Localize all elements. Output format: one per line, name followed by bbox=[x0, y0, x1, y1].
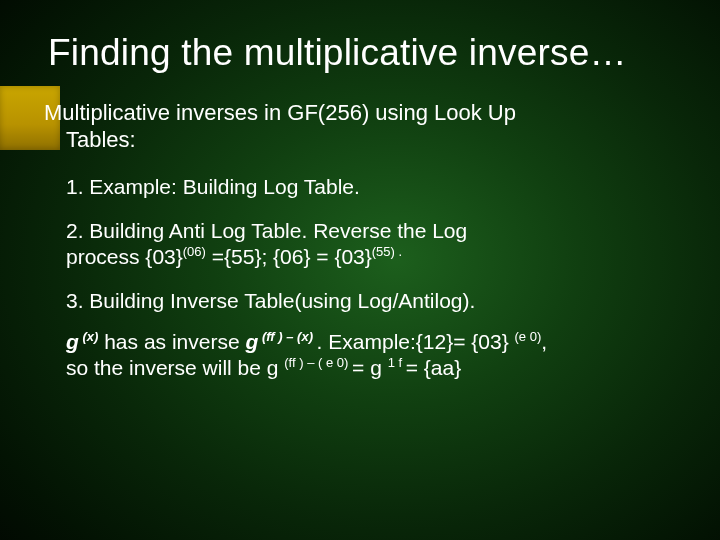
list-item-3: 3. Building Inverse Table(using Log/Anti… bbox=[44, 288, 680, 314]
superscript: 1 f bbox=[388, 355, 406, 370]
slide-title: Finding the multiplicative inverse… bbox=[48, 32, 700, 74]
list-item-4: g (x) has as inverse g (ff ) – (x) . Exa… bbox=[44, 329, 680, 382]
var-g: g bbox=[245, 330, 258, 353]
intro-text: Multiplicative inverses in GF(256) using… bbox=[44, 100, 680, 154]
superscript: (06) bbox=[183, 244, 206, 259]
text: . Example:{12}= {03} bbox=[317, 330, 515, 353]
text: = {aa} bbox=[406, 356, 461, 379]
text: has as inverse bbox=[98, 330, 245, 353]
text: 2. Building Anti Log Table. Reverse the … bbox=[66, 219, 467, 242]
intro-line-1: Multiplicative inverses in GF(256) using… bbox=[44, 100, 516, 125]
text: process {03} bbox=[66, 245, 183, 268]
text: so the inverse will be g bbox=[66, 356, 284, 379]
slide-body: Multiplicative inverses in GF(256) using… bbox=[44, 100, 680, 399]
text: ={55}; {06} = {03} bbox=[206, 245, 372, 268]
superscript: (x) bbox=[79, 329, 99, 344]
list-item-2: 2. Building Anti Log Table. Reverse the … bbox=[44, 218, 680, 271]
superscript: (e 0) bbox=[515, 329, 542, 344]
superscript: (55) . bbox=[372, 244, 402, 259]
list-item-1: 1. Example: Building Log Table. bbox=[44, 174, 680, 200]
text: = g bbox=[352, 356, 388, 379]
intro-line-2: Tables: bbox=[44, 127, 680, 154]
superscript: (ff ) – (x) bbox=[258, 329, 316, 344]
var-g: g bbox=[66, 330, 79, 353]
superscript: (ff ) – ( e 0) bbox=[284, 355, 352, 370]
slide: Finding the multiplicative inverse… Mult… bbox=[0, 0, 720, 540]
text: , bbox=[541, 330, 547, 353]
